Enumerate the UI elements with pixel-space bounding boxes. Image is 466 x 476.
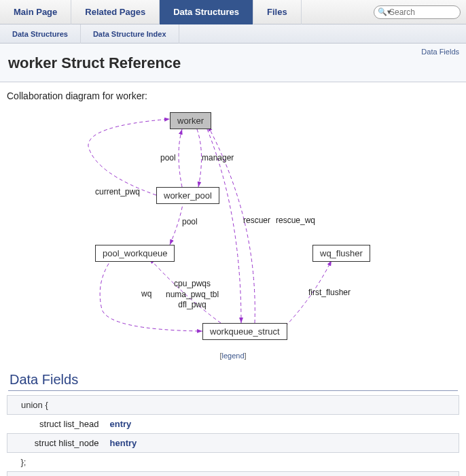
legend: [legend]: [7, 352, 459, 360]
field-type: struct work_struct *: [7, 472, 105, 477]
label-rescue-wq: rescue_wq: [276, 216, 315, 226]
field-entry[interactable]: entry: [105, 415, 459, 434]
diagram-edges: [7, 105, 459, 350]
label-wq: wq: [141, 289, 151, 300]
field-hentry[interactable]: hentry: [105, 434, 459, 453]
subtab-data-structures[interactable]: Data Structures: [0, 24, 81, 44]
page-title: worker Struct Reference: [8, 54, 458, 72]
field-type: struct list_head: [7, 415, 105, 434]
node-worker-pool[interactable]: worker_pool: [156, 187, 219, 204]
node-wq-flusher[interactable]: wq_flusher: [312, 245, 370, 262]
node-pool-workqueue[interactable]: pool_workqueue: [95, 245, 175, 262]
tab-main-page[interactable]: Main Page: [0, 0, 71, 24]
table-row: struct list_head entry: [7, 415, 459, 434]
tab-related-pages[interactable]: Related Pages: [71, 0, 160, 24]
subtab-data-structure-index[interactable]: Data Structure Index: [81, 24, 179, 44]
collab-text: Collaboration diagram for worker:: [7, 90, 459, 101]
table-row: };: [7, 453, 459, 472]
table-row: struct hlist_node hentry: [7, 434, 459, 453]
union-close: };: [7, 453, 459, 472]
search-icon: 🔍▾: [378, 7, 391, 16]
tab-files[interactable]: Files: [253, 0, 302, 24]
field-type: struct hlist_node: [7, 434, 105, 453]
label-rescuer: rescuer: [243, 216, 270, 226]
label-current-pwq: current_pwq: [95, 187, 140, 198]
data-fields-link[interactable]: Data Fields: [421, 48, 459, 56]
sub-tabs: Data Structures Data Structure Index: [0, 24, 466, 44]
section-data-fields: Data Fields: [8, 368, 458, 391]
field-current-work[interactable]: current_work: [105, 472, 459, 477]
main-tabs: Main Page Related Pages Data Structures …: [0, 0, 466, 24]
table-row: struct work_struct * current_work: [7, 472, 459, 477]
header-area: Data Fields worker Struct Reference: [0, 44, 466, 82]
node-workqueue-struct[interactable]: workqueue_struct: [202, 323, 287, 340]
collaboration-diagram: worker worker_pool pool_workqueue workqu…: [7, 105, 459, 350]
node-worker[interactable]: worker: [170, 112, 211, 129]
tab-data-structures[interactable]: Data Structures: [160, 0, 253, 24]
search-box: 🔍▾: [374, 5, 461, 19]
label-cpu-pwqs: cpu_pwqs numa_pwq_tbl dfl_pwq: [166, 279, 219, 311]
table-row: union {: [7, 396, 459, 415]
union-open: union {: [7, 396, 459, 415]
label-pool: pool: [160, 153, 176, 164]
label-manager: manager: [202, 153, 234, 164]
fields-table: union { struct list_head entry struct hl…: [7, 395, 459, 476]
legend-link[interactable]: legend: [221, 352, 244, 360]
label-pool2: pool: [182, 217, 198, 228]
label-first-flusher: first_flusher: [308, 288, 351, 299]
